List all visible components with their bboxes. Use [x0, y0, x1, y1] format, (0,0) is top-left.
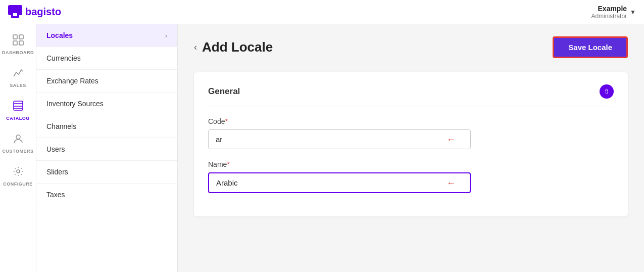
user-name: Example: [591, 5, 627, 13]
page-title-area: ‹ Add Locale: [194, 39, 273, 55]
name-required: *: [227, 160, 229, 168]
submenu-label-channels: Channels: [46, 122, 76, 130]
code-input-wrapper: ←: [208, 129, 471, 149]
submenu-label-locales: Locales: [46, 31, 73, 39]
sidebar-item-catalog[interactable]: CATALOG: [0, 94, 36, 127]
sidebar-item-sales[interactable]: SALES: [0, 61, 36, 94]
submenu-item-exchange-rates[interactable]: Exchange Rates: [36, 70, 177, 93]
brand-icon: [8, 5, 22, 19]
sidebar-item-dashboard[interactable]: DASHBOARD: [0, 28, 36, 61]
main-layout: DASHBOARD SALES CATALOG CUSTOMERS CONFIG…: [0, 24, 644, 272]
svg-rect-4: [19, 35, 23, 39]
dashboard-icon: [13, 34, 24, 48]
svg-rect-2: [13, 13, 17, 16]
back-button[interactable]: ‹: [194, 42, 197, 53]
page-header: ‹ Add Locale Save Locale: [194, 36, 628, 58]
svg-rect-3: [13, 35, 17, 39]
dashboard-label: DASHBOARD: [2, 50, 34, 55]
user-role: Administrator: [591, 13, 627, 20]
chevron-down-icon: ▼: [630, 9, 636, 16]
configure-icon: [13, 166, 24, 179]
name-input-wrapper: ←: [208, 172, 471, 193]
icon-nav: DASHBOARD SALES CATALOG CUSTOMERS CONFIG…: [0, 24, 36, 272]
page-title: Add Locale: [202, 39, 273, 55]
submenu-item-sliders[interactable]: Sliders: [36, 161, 177, 184]
code-form-group: Code* ←: [208, 117, 614, 149]
sidebar-item-customers[interactable]: CUSTOMERS: [0, 127, 36, 160]
card-header: General ⇧: [208, 84, 614, 107]
user-info: Example Administrator: [591, 5, 627, 20]
chevron-right-icon: ›: [165, 32, 167, 39]
submenu-label-exchange-rates: Exchange Rates: [46, 77, 98, 85]
submenu: Locales › Currencies Exchange Rates Inve…: [36, 24, 178, 272]
user-menu[interactable]: Example Administrator ▼: [591, 5, 636, 20]
svg-point-11: [16, 135, 20, 139]
submenu-item-channels[interactable]: Channels: [36, 115, 177, 138]
customers-label: CUSTOMERS: [3, 149, 34, 154]
catalog-label: CATALOG: [6, 116, 30, 121]
svg-point-12: [17, 170, 20, 173]
submenu-item-users[interactable]: Users: [36, 138, 177, 161]
submenu-item-currencies[interactable]: Currencies: [36, 47, 177, 70]
code-input[interactable]: [208, 129, 471, 149]
sales-label: SALES: [10, 83, 26, 88]
submenu-item-inventory-sources[interactable]: Inventory Sources: [36, 93, 177, 115]
customers-icon: [13, 133, 24, 147]
name-form-group: Name* ←: [208, 160, 614, 193]
submenu-label-currencies: Currencies: [46, 54, 81, 62]
brand-name: bagisto: [25, 6, 61, 18]
submenu-label-sliders: Sliders: [46, 168, 68, 176]
sidebar-item-configure[interactable]: CONFIGURE: [0, 160, 36, 193]
svg-rect-5: [13, 41, 17, 45]
name-input[interactable]: [208, 172, 471, 193]
brand[interactable]: bagisto: [8, 5, 61, 19]
configure-label: CONFIGURE: [3, 182, 33, 187]
catalog-icon: [13, 100, 24, 114]
topbar: bagisto Example Administrator ▼: [0, 0, 644, 24]
submenu-label-users: Users: [46, 145, 65, 153]
collapse-button[interactable]: ⇧: [600, 84, 614, 99]
submenu-item-taxes[interactable]: Taxes: [36, 184, 177, 206]
section-title: General: [208, 86, 240, 97]
sales-icon: [13, 67, 24, 81]
submenu-label-taxes: Taxes: [46, 191, 65, 199]
code-label: Code*: [208, 117, 614, 125]
save-locale-button[interactable]: Save Locale: [553, 36, 628, 58]
code-required: *: [225, 117, 227, 125]
name-label: Name*: [208, 160, 614, 168]
submenu-item-locales[interactable]: Locales ›: [36, 24, 177, 47]
svg-rect-6: [19, 41, 23, 45]
main-content: ‹ Add Locale Save Locale General ⇧ Code*…: [178, 24, 644, 272]
submenu-label-inventory-sources: Inventory Sources: [46, 100, 104, 108]
general-card: General ⇧ Code* ← Name*: [194, 72, 628, 216]
